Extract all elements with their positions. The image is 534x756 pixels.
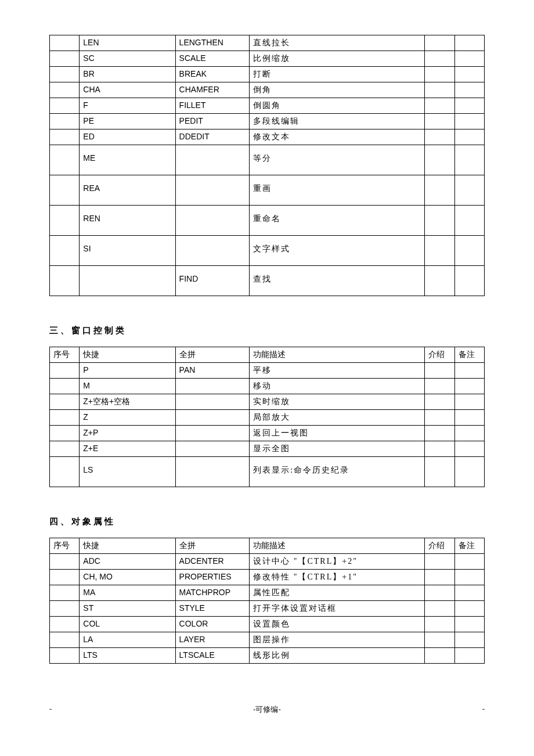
cell-jie [425,98,454,114]
col-desc: 功能描述 [250,538,425,554]
table-row: ME等分 [50,145,485,175]
cell-fullname [175,206,250,236]
table-window-control: 序号 快捷 全拼 功能描述 介绍 备注 PPAN平移M移动Z+空格+空格实时缩放… [49,347,485,487]
col-jie: 介绍 [425,347,454,363]
cell-bei [454,617,484,632]
cell-seq [50,98,80,114]
table-row: LALAYER图层操作 [50,632,485,648]
cell-fullname: SCALE [175,51,250,67]
cell-fullname: PROPERTIES [175,570,250,585]
cell-shortcut: ST [80,601,175,617]
cell-seq [50,570,80,585]
cell-jie [425,67,454,82]
cell-seq [50,129,80,145]
cell-desc: 多段线编辑 [250,114,425,129]
cell-seq [50,632,80,648]
cell-seq [50,441,80,457]
cell-bei [454,379,484,394]
cell-seq [50,236,80,266]
cell-bei [454,410,484,426]
cell-bei [454,98,484,114]
cell-jie [425,410,454,426]
cell-jie [425,617,454,632]
cell-desc: 打开字体设置对话框 [250,601,425,617]
cell-fullname: PEDIT [175,114,250,129]
cell-bei [454,35,484,51]
table-row: COLCOLOR设置颜色 [50,617,485,632]
cell-desc: 倒圆角 [250,98,425,114]
cell-shortcut: COL [80,617,175,632]
table-header-row: 序号 快捷 全拼 功能描述 介绍 备注 [50,538,485,554]
cell-jie [425,632,454,648]
cell-fullname: DDEDIT [175,129,250,145]
cell-shortcut: M [80,379,175,394]
cell-desc: 修改文本 [250,129,425,145]
cell-shortcut: REN [80,206,175,236]
table-row: MAMATCHPROP属性匹配 [50,585,485,601]
cell-seq [50,379,80,394]
cell-fullname: FILLET [175,98,250,114]
cell-desc: 打断 [250,67,425,82]
cell-seq [50,554,80,570]
cell-jie [425,35,454,51]
cell-bei [454,236,484,266]
cell-jie [425,363,454,379]
section-heading-window: 三、窗口控制类 [49,325,485,336]
table-row: REA重画 [50,175,485,206]
cell-bei [454,394,484,410]
page-footer: - -可修编- - [49,704,485,715]
table-row: SI文字样式 [50,236,485,266]
cell-shortcut: Z+E [80,441,175,457]
cell-shortcut: REA [80,175,175,206]
cell-shortcut: LA [80,632,175,648]
cell-jie [425,206,454,236]
cell-seq [50,648,80,664]
table-row: Z+P返回上一视图 [50,426,485,441]
cell-shortcut: SI [80,236,175,266]
cell-fullname [175,441,250,457]
cell-desc: 列表显示:命令历史纪录 [250,457,425,487]
cell-seq [50,206,80,236]
col-kj: 快捷 [80,538,175,554]
table-row: EDDDEDIT修改文本 [50,129,485,145]
cell-fullname [175,379,250,394]
cell-bei [454,51,484,67]
cell-seq [50,175,80,206]
section-heading-object-props: 四、对象属性 [49,516,485,527]
cell-desc: 直线拉长 [250,35,425,51]
cell-jie [425,114,454,129]
cell-fullname [175,145,250,175]
col-qp: 全拼 [175,347,250,363]
col-desc: 功能描述 [250,347,425,363]
cell-desc: 实时缩放 [250,394,425,410]
table-modify-commands: LENLENGTHEN直线拉长SCSCALE比例缩放BRBREAK打断CHACH… [49,35,485,296]
cell-fullname: LAYER [175,632,250,648]
table-row: REN重命名 [50,206,485,236]
table-row: LS列表显示:命令历史纪录 [50,457,485,487]
cell-bei [454,632,484,648]
cell-desc: 平移 [250,363,425,379]
table-row: ADCADCENTER设计中心 "【CTRL】+2" [50,554,485,570]
table-row: PEPEDIT多段线编辑 [50,114,485,129]
cell-shortcut: Z+P [80,426,175,441]
cell-desc: 倒角 [250,82,425,98]
cell-bei [454,601,484,617]
cell-shortcut: F [80,98,175,114]
cell-seq [50,363,80,379]
cell-bei [454,206,484,236]
cell-seq [50,457,80,487]
table-row: LENLENGTHEN直线拉长 [50,35,485,51]
col-qp: 全拼 [175,538,250,554]
cell-jie [425,175,454,206]
cell-bei [454,363,484,379]
cell-fullname: ADCENTER [175,554,250,570]
footer-left: - [49,704,52,715]
col-bei: 备注 [454,347,484,363]
table-row: Z局部放大 [50,410,485,426]
cell-shortcut: LTS [80,648,175,664]
cell-shortcut: CHA [80,82,175,98]
table-row: M移动 [50,379,485,394]
cell-jie [425,394,454,410]
table-row: Z+E显示全图 [50,441,485,457]
cell-jie [425,554,454,570]
